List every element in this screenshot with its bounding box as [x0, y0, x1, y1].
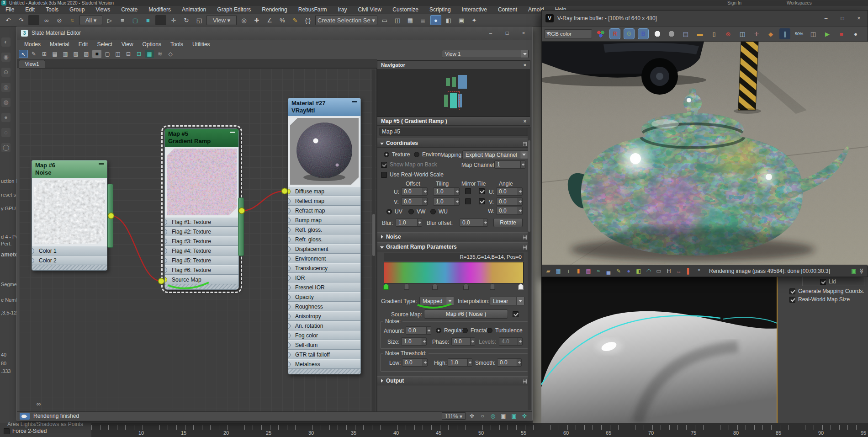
gradient-flag-icon[interactable]	[518, 283, 524, 290]
toolbar-icon[interactable]: ⊘	[54, 15, 65, 25]
vfb-tool-icon[interactable]: ▄	[604, 267, 613, 275]
toolbar-icon[interactable]: View ▾	[206, 15, 237, 25]
toolbar-icon[interactable]	[28, 15, 39, 25]
input-socket-icon[interactable]	[165, 229, 167, 234]
vfb-tool-icon[interactable]: ◧	[634, 267, 643, 275]
spinner-icon[interactable]	[423, 359, 427, 366]
node-header[interactable]: Map #6 Noise	[32, 160, 107, 178]
params-header[interactable]: Map #5 ( Gradient Ramp ) ×	[377, 117, 530, 126]
vfb-titlebar[interactable]: V V-Ray frame buffer - [100% of 640 x 48…	[542, 11, 868, 27]
node-slot[interactable]: Bump map	[288, 215, 360, 225]
lid-checkbox[interactable]	[820, 279, 826, 285]
rgb-channels-icon[interactable]	[595, 28, 606, 39]
input-socket-icon[interactable]	[165, 277, 167, 282]
vfb-toolbar-icon[interactable]: ∥	[779, 28, 790, 39]
node-slot[interactable]: GTR tail falloff	[288, 350, 360, 359]
vfb-corner-icon[interactable]: ≫	[859, 268, 865, 274]
node-slot[interactable]: Flag #5: Texture	[165, 256, 238, 265]
maximize-icon[interactable]: □	[835, 13, 850, 23]
mirror-v-checkbox[interactable]	[465, 198, 471, 204]
regular-radio[interactable]	[436, 328, 441, 333]
input-socket-icon[interactable]	[288, 189, 291, 194]
node-material27-vraymtl[interactable]: Material #27 VRayMtl	[288, 98, 361, 374]
sign-in-button[interactable]: Sign In	[727, 0, 741, 6]
blur-offset-field[interactable]: 0.0	[460, 218, 488, 227]
node-slot[interactable]: Refr. gloss.	[288, 234, 360, 244]
node-map6-noise[interactable]: Map #6 Noise	[32, 160, 107, 271]
graph-scrollbar[interactable]	[372, 69, 376, 411]
input-socket-icon[interactable]	[288, 352, 291, 357]
input-socket-icon[interactable]	[288, 362, 291, 367]
input-socket-icon[interactable]	[288, 333, 291, 338]
vw-radio[interactable]	[408, 209, 414, 214]
vfb-toolbar-icon[interactable]: ⊗	[723, 28, 734, 39]
slate-toolbar-icon[interactable]: ⊡	[134, 50, 143, 58]
spinner-icon[interactable]	[518, 198, 522, 205]
toolbar-icon[interactable]: ✛	[168, 15, 179, 25]
teapot-render-icon[interactable]	[20, 413, 30, 420]
input-socket-icon[interactable]	[288, 218, 291, 223]
node-slot[interactable]: Flag #4: Texture	[165, 246, 238, 256]
input-socket-icon[interactable]	[32, 258, 34, 263]
menu-item[interactable]: Animation	[176, 6, 212, 14]
close-icon[interactable]: ×	[522, 118, 528, 124]
collapse-icon[interactable]	[352, 101, 357, 102]
vfb-toolbar-icon[interactable]: ▶	[822, 28, 833, 39]
node-header[interactable]: Material #27 VRayMtl	[288, 98, 360, 116]
vfb-toolbar-icon[interactable]: ▤	[680, 28, 691, 39]
input-socket-icon[interactable]	[165, 248, 167, 254]
toolbar-icon[interactable]: ▦	[405, 15, 416, 25]
vfb-tool-icon[interactable]: ▭	[654, 267, 663, 275]
rollout-coordinates[interactable]: Coordinates	[377, 139, 530, 148]
vfb-tool-icon[interactable]: *	[694, 267, 704, 275]
node-slot[interactable]: Flag #2: Texture	[165, 227, 238, 236]
input-socket-icon[interactable]	[288, 342, 291, 348]
menu-item[interactable]: Interactive	[456, 6, 492, 14]
input-socket-icon[interactable]	[165, 267, 167, 273]
slate-toolbar-icon[interactable]: ▨	[82, 50, 91, 58]
tiling-v-field[interactable]: 1.0	[433, 197, 460, 206]
rollout-output[interactable]: Output	[377, 376, 530, 385]
collapse-icon[interactable]	[230, 132, 235, 133]
vfb-tool-icon[interactable]: ▦	[554, 267, 563, 275]
input-socket-icon[interactable]	[288, 285, 291, 290]
slate-menu-item[interactable]: Modes	[20, 40, 45, 49]
toolbar-icon[interactable]: ∞	[41, 15, 52, 25]
toolbar-icon[interactable]: ≣	[418, 15, 429, 25]
minimize-icon[interactable]: –	[818, 13, 834, 23]
close-icon[interactable]: ×	[517, 29, 530, 37]
phase-field[interactable]: 0.0	[451, 337, 475, 346]
node-slot[interactable]: Color 2	[32, 256, 107, 265]
node-slot[interactable]: Color 1	[32, 246, 107, 256]
slate-menu-item[interactable]: Material	[45, 40, 74, 49]
input-socket-icon[interactable]	[32, 248, 34, 254]
uv-radio[interactable]	[386, 209, 392, 214]
input-socket-icon[interactable]	[288, 227, 291, 233]
menu-item[interactable]: Tools	[40, 6, 64, 14]
node-slot[interactable]: An. rotation	[288, 321, 360, 330]
spinner-icon[interactable]	[422, 338, 426, 345]
toolbar-icon[interactable]: ◫	[392, 15, 403, 25]
close-icon[interactable]: ×	[851, 13, 867, 23]
node-slot[interactable]: Self-illum	[288, 340, 360, 350]
toolbar-icon[interactable]: ↷	[16, 15, 26, 25]
offset-u-field[interactable]: 0.0	[401, 187, 428, 196]
vfb-toolbar-icon[interactable]: 50%	[794, 28, 804, 39]
force-2sided-checkbox[interactable]	[4, 428, 10, 434]
node-slot[interactable]: Environment	[288, 254, 360, 263]
node-slot[interactable]: Roughness	[288, 302, 360, 311]
input-socket-icon[interactable]	[288, 246, 291, 252]
maximize-icon[interactable]: □	[500, 29, 514, 37]
gradient-flag-icon[interactable]	[432, 283, 438, 290]
timeline-ruler[interactable]: 101520253035404550556065707580859095	[91, 423, 868, 437]
node-slot[interactable]: Refl. gloss.	[288, 225, 360, 234]
resize-grip[interactable]	[165, 284, 238, 289]
slate-toolbar-icon[interactable]: ◇	[166, 50, 175, 58]
input-socket-icon[interactable]	[288, 314, 291, 319]
vfb-tool-icon[interactable]: ✎	[614, 267, 623, 275]
input-socket-icon[interactable]	[288, 275, 291, 281]
gradient-ramp-bar[interactable]	[384, 262, 524, 283]
tile-v-checkbox[interactable]	[479, 198, 485, 204]
toolbar-icon[interactable]: ✎	[290, 15, 301, 25]
spinner-icon[interactable]	[518, 188, 522, 195]
